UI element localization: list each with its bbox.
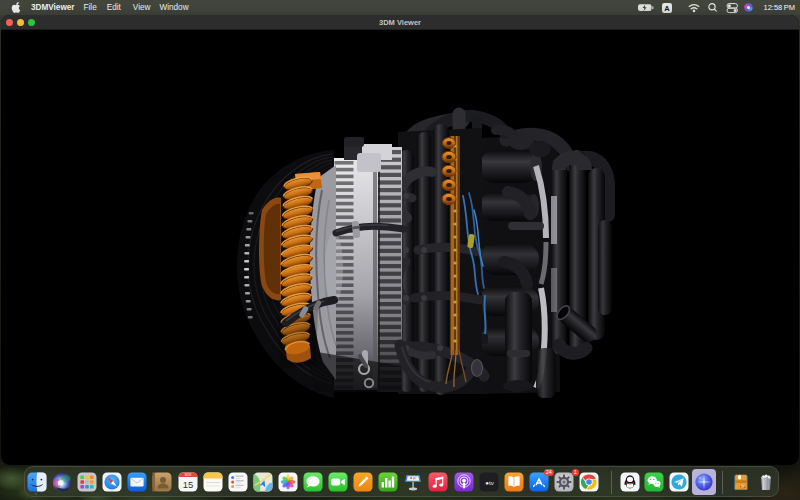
svg-text:15: 15	[182, 479, 193, 490]
svg-text:NOV: NOV	[184, 473, 191, 477]
svg-text:ZIP: ZIP	[741, 484, 745, 488]
svg-text:●tv: ●tv	[485, 479, 493, 485]
svg-text:A: A	[665, 4, 671, 13]
